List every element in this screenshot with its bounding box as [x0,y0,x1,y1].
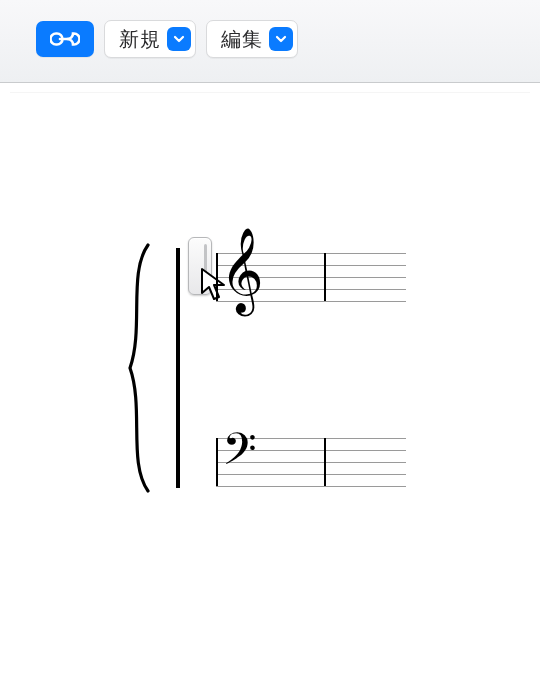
staff-bass[interactable]: 𝄢 [216,438,406,486]
bass-clef-icon: 𝄢 [222,428,257,482]
staff-drag-handle[interactable] [188,237,212,295]
toolbar: 新規 編集 [0,0,540,83]
new-dropdown[interactable]: 新規 [104,20,196,58]
treble-clef-icon: 𝄞 [220,233,264,307]
new-dropdown-label: 新規 [119,26,161,53]
staff-treble[interactable]: 𝄞 [216,253,406,301]
edit-dropdown-label: 編集 [221,26,263,53]
link-icon [50,29,80,49]
link-button[interactable] [36,21,94,57]
edit-dropdown[interactable]: 編集 [206,20,298,58]
chevron-down-icon [269,27,293,51]
chevron-down-icon [167,27,191,51]
content-area: 𝄞 𝄢 [10,92,530,668]
brace-icon [114,243,158,493]
score-system[interactable]: 𝄞 𝄢 [128,243,428,503]
toolbar-inner: 新規 編集 [36,20,298,58]
system-barline [176,248,180,488]
window: 新規 編集 [0,0,540,678]
